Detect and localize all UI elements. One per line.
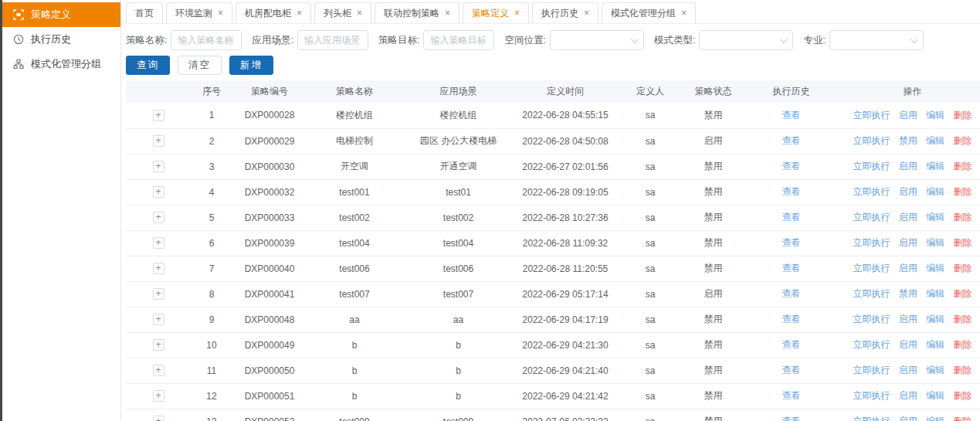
tab-close-icon[interactable]: × [218,8,223,18]
execute-now-link[interactable]: 立即执行 [853,186,890,197]
view-history-link[interactable]: 查看 [782,314,801,324]
specialty-select[interactable] [829,30,924,50]
delete-link[interactable]: 删除 [954,288,972,299]
edit-link[interactable]: 编辑 [926,288,944,299]
execute-now-link[interactable]: 立即执行 [853,365,890,375]
execute-now-link[interactable]: 立即执行 [853,314,890,324]
delete-link[interactable]: 删除 [954,339,972,350]
mode-type-select[interactable] [699,30,793,50]
tab-close-icon[interactable]: × [357,8,362,18]
toggle-enable-link[interactable]: 启用 [899,416,917,421]
toggle-enable-link[interactable]: 启用 [899,110,917,121]
delete-link[interactable]: 删除 [954,186,972,197]
execute-now-link[interactable]: 立即执行 [853,288,890,299]
edit-link[interactable]: 编辑 [926,365,944,375]
delete-link[interactable]: 删除 [954,365,972,375]
execute-now-link[interactable]: 立即执行 [853,110,890,121]
tab-列头柜[interactable]: 列头柜 × [314,2,371,23]
view-history-link[interactable]: 查看 [782,110,801,121]
add-button[interactable]: 新增 [229,56,273,75]
toggle-enable-link[interactable]: 禁用 [899,288,917,299]
tab-close-icon[interactable]: × [445,8,450,18]
tab-执行历史[interactable]: 执行历史 × [532,2,599,23]
toggle-enable-link[interactable]: 启用 [899,339,917,350]
tab-机房配电柜[interactable]: 机房配电柜 × [236,2,311,23]
edit-link[interactable]: 编辑 [926,390,944,401]
execute-now-link[interactable]: 立即执行 [853,212,890,222]
delete-link[interactable]: 删除 [954,390,972,401]
query-button[interactable]: 查询 [126,56,170,75]
tab-联动控制策略[interactable]: 联动控制策略 × [375,2,459,23]
edit-link[interactable]: 编辑 [926,416,944,421]
expand-row-button[interactable]: + [153,135,164,147]
tab-close-icon[interactable]: × [681,8,687,18]
view-history-link[interactable]: 查看 [782,365,801,375]
view-history-link[interactable]: 查看 [782,212,801,222]
toggle-enable-link[interactable]: 启用 [899,237,917,248]
edit-link[interactable]: 编辑 [926,237,944,248]
toggle-enable-link[interactable]: 启用 [899,263,917,273]
expand-row-button[interactable]: + [153,339,164,351]
tab-策略定义[interactable]: 策略定义 × [463,2,529,23]
view-history-link[interactable]: 查看 [782,263,801,273]
edit-link[interactable]: 编辑 [926,212,944,222]
expand-row-button[interactable]: + [153,212,164,223]
view-history-link[interactable]: 查看 [782,339,801,350]
expand-row-button[interactable]: + [153,390,164,402]
edit-link[interactable]: 编辑 [926,314,944,324]
tab-模式化管理分组[interactable]: 模式化管理分组 × [602,2,696,23]
tab-close-icon[interactable]: × [514,8,520,18]
expand-row-button[interactable]: + [153,314,164,325]
expand-row-button[interactable]: + [153,237,164,249]
view-history-link[interactable]: 查看 [782,416,801,421]
expand-row-button[interactable]: + [153,416,164,421]
sidebar-item-execution-history[interactable]: 执行历史 [2,27,120,52]
execute-now-link[interactable]: 立即执行 [853,390,890,401]
expand-row-button[interactable]: + [153,186,164,198]
toggle-enable-link[interactable]: 禁用 [899,135,917,146]
policy-name-input[interactable] [171,30,242,50]
delete-link[interactable]: 删除 [954,135,972,146]
edit-link[interactable]: 编辑 [926,161,944,171]
tab-首页[interactable]: 首页 × [126,2,163,23]
expand-row-button[interactable]: + [153,288,164,300]
application-scene-input[interactable] [297,30,368,50]
delete-link[interactable]: 删除 [954,110,972,121]
view-history-link[interactable]: 查看 [782,135,801,146]
execute-now-link[interactable]: 立即执行 [853,161,890,171]
delete-link[interactable]: 删除 [954,263,972,273]
tab-环境监测[interactable]: 环境监测 × [166,2,232,23]
tab-close-icon[interactable]: × [584,8,589,18]
delete-link[interactable]: 删除 [954,212,972,222]
edit-link[interactable]: 编辑 [926,110,944,121]
delete-link[interactable]: 删除 [954,161,972,171]
view-history-link[interactable]: 查看 [782,161,801,171]
expand-row-button[interactable]: + [153,161,164,172]
toggle-enable-link[interactable]: 启用 [899,161,917,171]
edit-link[interactable]: 编辑 [926,263,944,273]
toggle-enable-link[interactable]: 启用 [899,390,917,401]
edit-link[interactable]: 编辑 [926,186,944,197]
view-history-link[interactable]: 查看 [782,390,801,401]
view-history-link[interactable]: 查看 [782,288,801,299]
delete-link[interactable]: 删除 [954,237,972,248]
sidebar-item-policy-definition[interactable]: 策略定义 [2,2,120,27]
policy-target-input[interactable] [423,30,494,50]
view-history-link[interactable]: 查看 [782,237,801,248]
edit-link[interactable]: 编辑 [926,339,944,350]
execute-now-link[interactable]: 立即执行 [853,263,890,273]
execute-now-link[interactable]: 立即执行 [853,339,890,350]
edit-link[interactable]: 编辑 [926,135,944,146]
space-location-select[interactable] [550,30,644,50]
sidebar-item-pattern-management-group[interactable]: 模式化管理分组 [2,52,120,76]
tab-close-icon[interactable]: × [297,8,302,18]
delete-link[interactable]: 删除 [954,416,972,421]
expand-row-button[interactable]: + [153,263,164,274]
expand-row-button[interactable]: + [153,365,164,376]
toggle-enable-link[interactable]: 启用 [899,314,917,324]
clear-button[interactable]: 清空 [178,56,222,75]
view-history-link[interactable]: 查看 [782,186,801,197]
execute-now-link[interactable]: 立即执行 [853,237,890,248]
expand-row-button[interactable]: + [153,110,164,121]
execute-now-link[interactable]: 立即执行 [853,135,890,146]
